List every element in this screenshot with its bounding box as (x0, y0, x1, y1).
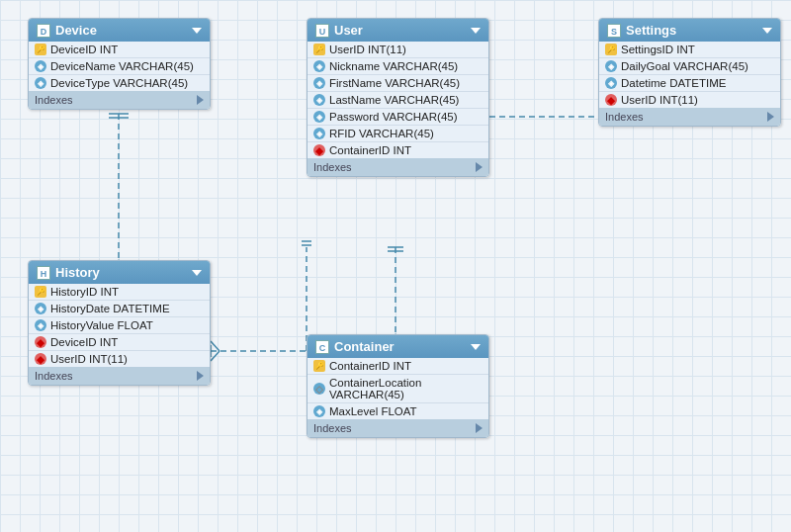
user-table-title: User (334, 23, 363, 38)
field-name: HistoryValue FLOAT (50, 319, 153, 331)
history-table-icon: H (37, 266, 50, 280)
indexes-label: Indexes (313, 161, 352, 173)
field-name: Nickname VARCHAR(45) (329, 60, 458, 72)
indexes-label: Indexes (35, 370, 73, 382)
field-name: FirstName VARCHAR(45) (329, 77, 460, 89)
indexes-arrow-icon (767, 112, 774, 122)
table-row: ◈ RFID VARCHAR(45) (308, 126, 488, 142)
device-table-title: Device (55, 23, 97, 38)
user-table-header: U User (308, 19, 488, 42)
table-row: 🔑 HistoryID INT (29, 284, 210, 301)
table-row: ◆ UserID INT(11) (599, 92, 780, 108)
table-row: ◈ FirstName VARCHAR(45) (308, 75, 488, 92)
user-table-body: 🔑 UserID INT(11) ◈ Nickname VARCHAR(45) … (308, 42, 488, 158)
pk-icon: 🔑 (605, 44, 617, 55)
container-table-body: 🔑 ContainerID INT ◇ ContainerLocation VA… (308, 358, 488, 419)
field-name: DailyGoal VARCHAR(45) (621, 60, 748, 72)
indexes-arrow-icon (197, 371, 204, 381)
field-name: Datetime DATETIME (621, 77, 727, 89)
field-name: DeviceID INT (50, 44, 118, 55)
pk-icon: 🔑 (313, 44, 325, 55)
field-name: UserID INT(11) (50, 353, 128, 365)
table-row: ◈ LastName VARCHAR(45) (308, 92, 488, 109)
container-table-header: C Container (308, 335, 488, 358)
table-row: 🔑 SettingsID INT (599, 42, 780, 58)
field-name: UserID INT(11) (329, 44, 406, 55)
fk-icon: ◆ (35, 353, 46, 365)
field-icon: ◈ (35, 77, 46, 89)
fk-icon: ◆ (35, 336, 46, 348)
table-row: ◈ HistoryDate DATETIME (29, 301, 210, 317)
table-row: ◆ UserID INT(11) (29, 351, 210, 367)
indexes-label: Indexes (35, 94, 73, 106)
table-row: ◈ DeviceName VARCHAR(45) (29, 58, 210, 75)
field-name: Password VARCHAR(45) (329, 111, 458, 123)
table-row: ◈ HistoryValue FLOAT (29, 317, 210, 334)
field-icon: ◈ (605, 60, 617, 72)
user-table-indexes: Indexes (308, 158, 488, 176)
device-table-header: D Device (29, 19, 210, 42)
device-table-icon: D (37, 24, 50, 38)
user-table-icon: U (315, 24, 329, 38)
field-icon: ◈ (313, 77, 325, 89)
settings-table: S Settings 🔑 SettingsID INT ◈ DailyGoal … (598, 18, 781, 127)
user-table-arrow (471, 28, 481, 34)
field-icon: ◈ (313, 94, 325, 106)
field-icon: ◈ (35, 60, 46, 72)
field-name: LastName VARCHAR(45) (329, 94, 459, 106)
history-table-header: H History (29, 261, 210, 284)
pk-icon: 🔑 (35, 44, 46, 55)
indexes-arrow-icon (476, 162, 483, 172)
field-icon: ◈ (313, 405, 325, 417)
table-row: 🔑 UserID INT(11) (308, 42, 488, 58)
field-name: ContainerLocation VARCHAR(45) (329, 377, 483, 400)
table-row: ◈ MaxLevel FLOAT (308, 403, 488, 419)
field-name: MaxLevel FLOAT (329, 405, 417, 417)
settings-table-icon: S (607, 24, 621, 38)
table-row: ◈ Nickname VARCHAR(45) (308, 58, 488, 75)
pk-icon: 🔑 (35, 286, 46, 298)
container-table-icon: C (315, 340, 329, 354)
field-name: ContainerID INT (329, 360, 411, 372)
field-name: ContainerID INT (329, 144, 411, 156)
field-name: HistoryDate DATETIME (50, 303, 170, 314)
field-name: HistoryID INT (50, 286, 119, 298)
field-name: RFID VARCHAR(45) (329, 128, 434, 139)
field-icon: ◈ (313, 128, 325, 139)
history-table: H History 🔑 HistoryID INT ◈ HistoryDate … (28, 260, 211, 386)
user-table: U User 🔑 UserID INT(11) ◈ Nickname VARCH… (307, 18, 489, 177)
field-icon: ◈ (605, 77, 617, 89)
field-icon: ◇ (313, 383, 325, 395)
history-table-body: 🔑 HistoryID INT ◈ HistoryDate DATETIME ◈… (29, 284, 210, 367)
table-row: ◈ DeviceType VARCHAR(45) (29, 75, 210, 91)
device-table-indexes: Indexes (29, 91, 210, 109)
container-table: C Container 🔑 ContainerID INT ◇ Containe… (307, 334, 489, 438)
history-table-title: History (55, 265, 100, 280)
field-icon: ◈ (313, 60, 325, 72)
svg-line-8 (211, 341, 220, 351)
table-row: ◆ DeviceID INT (29, 334, 210, 351)
field-icon: ◈ (313, 111, 325, 123)
settings-table-body: 🔑 SettingsID INT ◈ DailyGoal VARCHAR(45)… (599, 42, 780, 108)
indexes-arrow-icon (476, 423, 483, 433)
container-table-title: Container (334, 339, 395, 354)
field-name: DeviceName VARCHAR(45) (50, 60, 194, 72)
field-icon: ◈ (35, 303, 46, 314)
field-name: DeviceID INT (50, 336, 118, 348)
settings-table-title: Settings (626, 23, 676, 38)
table-row: ◈ Password VARCHAR(45) (308, 109, 488, 126)
pk-icon: 🔑 (313, 360, 325, 372)
table-row: 🔑 ContainerID INT (308, 358, 488, 375)
table-row: ◈ DailyGoal VARCHAR(45) (599, 58, 780, 75)
indexes-label: Indexes (313, 422, 352, 434)
container-table-indexes: Indexes (308, 419, 488, 437)
history-table-arrow (192, 270, 202, 276)
device-table: D Device 🔑 DeviceID INT ◈ DeviceName VAR… (28, 18, 211, 110)
settings-table-arrow (762, 28, 772, 34)
device-table-arrow (192, 28, 202, 34)
field-icon: ◈ (35, 319, 46, 331)
indexes-arrow-icon (197, 95, 204, 105)
container-table-arrow (471, 344, 481, 350)
svg-line-9 (211, 351, 220, 361)
settings-table-header: S Settings (599, 19, 780, 42)
